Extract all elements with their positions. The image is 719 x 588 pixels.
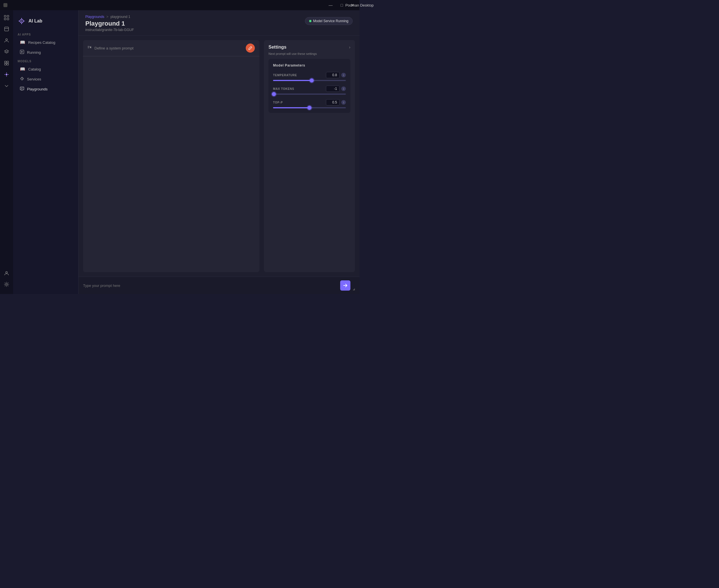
playgrounds-icon: [20, 86, 24, 91]
top-p-header-right: 0.5 i: [326, 99, 346, 105]
system-prompt-bar: Define a system prompt: [83, 40, 260, 56]
svg-rect-3: [7, 18, 9, 20]
breadcrumb-current: playground 1: [110, 15, 130, 19]
status-text: Model Service Running: [313, 19, 348, 23]
model-status-badge: Model Service Running: [305, 17, 353, 25]
max-tokens-param: MAX TOKENS -1 i: [273, 86, 346, 95]
nav-layers-icon[interactable]: [1, 47, 12, 57]
nav-boxes-icon[interactable]: [1, 24, 12, 34]
sidebar-item-services[interactable]: Services: [15, 74, 76, 84]
chat-panel: Define a system prompt: [83, 40, 260, 272]
top-p-thumb[interactable]: [307, 106, 311, 110]
resize-handle-icon: ◢: [353, 288, 355, 291]
sidebar-section-label-ai-apps: AI APPS: [13, 31, 78, 37]
top-p-param: TOP-P 0.5 i: [273, 99, 346, 108]
nav-users-icon[interactable]: [1, 35, 12, 45]
nav-ailab-icon[interactable]: [1, 69, 12, 80]
svg-rect-4: [4, 27, 8, 31]
top-p-fill: [273, 107, 309, 108]
temperature-header-right: 0.8 i: [326, 72, 346, 78]
nav-settings-icon[interactable]: [1, 279, 12, 290]
max-tokens-thumb[interactable]: [272, 92, 276, 96]
sidebar-section-models: MODELS 📖 Catalog Services: [13, 58, 78, 94]
svg-point-5: [6, 39, 7, 40]
sidebar-item-label-playgrounds: Playgrounds: [27, 87, 47, 91]
svg-rect-6: [4, 61, 6, 63]
settings-subtitle: Next prompt will use these settings: [268, 52, 350, 56]
breadcrumb-separator: >: [106, 15, 108, 19]
top-p-info-icon[interactable]: i: [341, 100, 346, 105]
max-tokens-header: MAX TOKENS -1 i: [273, 86, 346, 92]
top-p-label: TOP-P: [273, 101, 283, 104]
app-icon: [3, 3, 7, 7]
sidebar: AI Lab AI APPS 📖 Recipes Catalog Running…: [13, 10, 79, 294]
max-tokens-header-right: -1 i: [326, 86, 346, 92]
breadcrumb-parent[interactable]: Playgrounds: [85, 15, 104, 19]
sidebar-app-title: AI Lab: [28, 19, 42, 24]
nav-puzzle-icon[interactable]: [1, 58, 12, 68]
sidebar-header: AI Lab: [13, 15, 78, 31]
services-icon: [20, 77, 24, 82]
sidebar-item-recipes-catalog[interactable]: 📖 Recipes Catalog: [15, 38, 76, 47]
running-icon: [20, 50, 24, 55]
content-area: Define a system prompt Settings: [79, 36, 360, 294]
sidebar-item-playgrounds[interactable]: Playgrounds: [15, 84, 76, 94]
sidebar-item-label-catalog: Catalog: [28, 67, 41, 71]
svg-rect-7: [7, 61, 8, 63]
temperature-param: TEMPERATURE 0.8 i: [273, 72, 346, 81]
svg-point-14: [21, 20, 22, 22]
temperature-slider[interactable]: [273, 80, 346, 81]
chat-messages[interactable]: [83, 56, 260, 272]
temperature-value[interactable]: 0.8: [326, 72, 340, 78]
svg-rect-2: [4, 18, 6, 20]
svg-rect-0: [4, 15, 6, 17]
svg-rect-9: [7, 63, 8, 65]
svg-point-11: [6, 272, 7, 273]
temperature-info-icon[interactable]: i: [341, 73, 346, 77]
send-button[interactable]: [340, 280, 350, 291]
window-title: Podman Desktop: [345, 3, 360, 7]
app-body: AI Lab AI APPS 📖 Recipes Catalog Running…: [0, 10, 360, 294]
breadcrumb: Playgrounds > playground 1: [85, 15, 134, 19]
nav-account-icon[interactable]: [1, 268, 12, 278]
titlebar: Podman Desktop — □ ✕: [0, 0, 360, 10]
sidebar-section-label-models: MODELS: [13, 58, 78, 64]
prompt-input[interactable]: [83, 284, 338, 288]
system-prompt-placeholder: Define a system prompt: [95, 46, 133, 50]
sidebar-item-catalog[interactable]: 📖 Catalog: [15, 64, 76, 74]
max-tokens-slider[interactable]: [273, 93, 346, 95]
edit-system-prompt-button[interactable]: [246, 43, 255, 52]
header-left: Playgrounds > playground 1 Playground 1 …: [85, 15, 134, 32]
sidebar-item-running[interactable]: Running: [15, 47, 76, 57]
svg-rect-8: [4, 63, 6, 65]
page-title: Playground 1: [85, 20, 134, 27]
header-right: Model Service Running: [305, 15, 353, 25]
model-params-box: Model Parameters TEMPERATURE 0.8 i: [268, 59, 350, 113]
ai-lab-logo: [18, 17, 26, 25]
temperature-thumb[interactable]: [310, 79, 314, 82]
model-params-title: Model Parameters: [273, 63, 346, 67]
temperature-header: TEMPERATURE 0.8 i: [273, 72, 346, 78]
top-p-slider[interactable]: [273, 107, 346, 108]
prompt-prefix-icon: [88, 46, 92, 50]
main-content: Playgrounds > playground 1 Playground 1 …: [79, 10, 360, 294]
sidebar-section-ai-apps: AI APPS 📖 Recipes Catalog Running: [13, 31, 78, 58]
playground-area: Define a system prompt Settings: [79, 36, 360, 277]
max-tokens-info-icon[interactable]: i: [341, 86, 346, 91]
maximize-button[interactable]: □: [339, 2, 345, 8]
minimize-button[interactable]: —: [327, 2, 334, 8]
nav-dashboard-icon[interactable]: [1, 13, 12, 23]
nav-collapse-icon[interactable]: [1, 81, 12, 91]
page-header: Playgrounds > playground 1 Playground 1 …: [79, 10, 360, 36]
icon-rail: [0, 10, 13, 294]
top-p-value[interactable]: 0.5: [326, 99, 340, 105]
temperature-label: TEMPERATURE: [273, 74, 297, 77]
sidebar-item-label-services: Services: [27, 77, 41, 81]
recipes-catalog-icon: 📖: [20, 40, 25, 45]
temperature-fill: [273, 80, 312, 81]
settings-chevron-icon[interactable]: ›: [349, 45, 350, 49]
sidebar-item-label-running: Running: [27, 50, 41, 55]
top-p-header: TOP-P 0.5 i: [273, 99, 346, 105]
max-tokens-value[interactable]: -1: [326, 86, 340, 92]
settings-header: Settings ›: [268, 45, 350, 50]
